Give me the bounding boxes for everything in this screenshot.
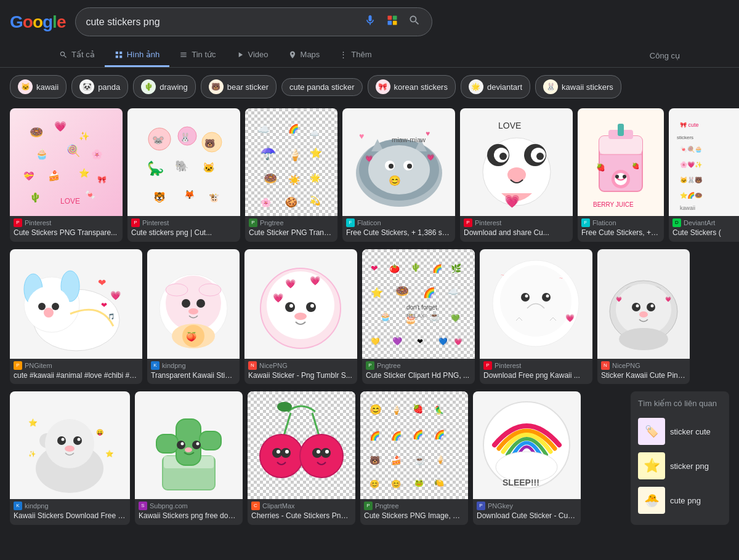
image-card[interactable]: 🍑 K kindpng Transparent Kawaii Sticker..… (147, 249, 240, 385)
tools-button[interactable]: Công cụ (640, 45, 690, 66)
related-thumb: 🐣 (638, 487, 665, 514)
tab-video-label: Video (248, 50, 269, 59)
source-favicon: P (366, 361, 374, 370)
image-card[interactable]: 🍩 💗 ✨ 🧁 🍭 🌸 💝 🍰 ⭐ 🎀 🌵 LOVE 🍬 P (10, 108, 123, 242)
image-card[interactable]: ~ ~ 💗 P Pinterest Download Free png Kawa… (480, 249, 592, 385)
image-source: P PNGitem (10, 359, 142, 371)
svg-point-74 (615, 173, 627, 185)
image-source: P Pngtree (245, 216, 337, 228)
svg-point-166 (73, 436, 82, 445)
svg-text:SLEEP!!!: SLEEP!!! (503, 478, 539, 487)
tab-all[interactable]: Tất cả (49, 44, 105, 67)
source-favicon: K (151, 361, 160, 370)
svg-text:BERRY JUICE: BERRY JUICE (593, 201, 634, 208)
svg-text:don't forget: don't forget (406, 304, 437, 311)
image-title: Free Cute Stickers, + 1,386 sti... (342, 228, 455, 242)
svg-point-144 (525, 295, 528, 298)
source-name: kindpng (25, 502, 49, 510)
svg-text:❤: ❤ (417, 337, 423, 346)
svg-point-142 (521, 293, 530, 302)
svg-point-51 (407, 164, 412, 169)
lens-icon[interactable] (385, 13, 400, 31)
image-card[interactable]: 😊 🍦 🍓 🦜 🌈 🌈 🌈 🌈 🐻 🍰 ☕ 🍦 😊 😊 (360, 391, 468, 525)
svg-rect-178 (200, 431, 221, 450)
chip-drawing[interactable]: 🌵 drawing (133, 75, 196, 98)
image-card[interactable]: 🐭 🐰 🐻 🦕 🐘 🐱 🐯 🦊 🐮 P Pinterest Cute st (127, 108, 240, 242)
source-favicon: P (14, 361, 22, 370)
image-source: F Flaticon (342, 216, 455, 228)
image-card[interactable]: 😊 💗 💗 ♥ ♥ miaw-miaw F Flaticon Free Cute… (342, 108, 455, 242)
chip-kawaii-stickers[interactable]: 🐰 kawaii stickers (535, 75, 621, 98)
svg-text:💗: 💗 (665, 296, 671, 302)
svg-text:💝: 💝 (23, 171, 34, 182)
related-item-cute-png[interactable]: 🐣 cute png (638, 483, 722, 518)
svg-text:💗: 💗 (54, 121, 67, 132)
tab-news[interactable]: Tin tức (169, 44, 225, 67)
chip-cute-panda-sticker[interactable]: cute panda sticker (281, 78, 363, 96)
image-card[interactable]: SLEEP!!! P PNGkey Download Cute Sticker … (473, 391, 581, 525)
image-card[interactable]: LOVE 💗 P Pinterest (460, 108, 573, 242)
image-title: Cute Stickers PNG Transpare... (10, 228, 123, 242)
image-title: Download and share Cu... (460, 228, 573, 242)
source-favicon: N (248, 361, 257, 370)
image-card[interactable]: 😛 ⭐ ⭐ ✨ K kindpng Kawaii Stickers Downlo… (10, 391, 130, 525)
image-source: P Pinterest (460, 216, 573, 228)
svg-text:🦜: 🦜 (434, 405, 445, 415)
svg-point-47 (368, 145, 430, 194)
chip-deviantart-label: deviantart (487, 82, 522, 92)
svg-text:🌵: 🌵 (411, 262, 421, 273)
svg-rect-2 (388, 21, 392, 25)
related-item-label: sticker cute (670, 427, 711, 436)
related-item-sticker-cute[interactable]: 🏷️ sticker cute (638, 414, 722, 449)
source-favicon: P (14, 218, 22, 227)
image-card[interactable]: 💗 💗 N NicePNG Sticker Kawaii Cute Pink S… (597, 249, 690, 385)
related-item-sticker-png[interactable]: ⭐ sticker png (638, 449, 722, 483)
svg-text:🐘: 🐘 (175, 159, 189, 173)
chip-deviantart[interactable]: 🌟 deviantart (461, 75, 530, 98)
image-card[interactable]: ❤ 💗 ❤ 🎵 P PNGitem cute #kawaii #animal #… (10, 249, 142, 385)
svg-point-106 (188, 308, 198, 314)
svg-text:🐻: 🐻 (204, 138, 216, 149)
chip-kawaii[interactable]: 🐱 kawaii (10, 75, 67, 98)
image-title: Kawaii Stickers Download Free Clip... (10, 511, 130, 525)
svg-text:🍩: 🍩 (264, 172, 278, 185)
image-card[interactable]: 💗 💗 💗 N NicePNG Kawaii Sticker - Png Tum… (244, 249, 357, 385)
svg-point-111 (267, 271, 334, 339)
image-source: S Subpng.com (135, 499, 243, 511)
svg-point-118 (310, 304, 314, 308)
svg-point-143 (542, 293, 551, 302)
image-source: K kindpng (10, 499, 130, 511)
tab-more[interactable]: ⋮ Thêm (329, 44, 381, 67)
svg-text:🌈: 🌈 (370, 431, 381, 441)
mic-icon[interactable] (363, 13, 378, 31)
svg-text:LOVE: LOVE (498, 121, 521, 130)
svg-point-50 (389, 164, 394, 169)
search-input[interactable] (86, 17, 358, 28)
chip-panda[interactable]: 🐼 panda (71, 75, 128, 98)
related-thumb: 🏷️ (638, 418, 665, 445)
source-favicon: F (346, 218, 355, 227)
tab-images[interactable]: Hình ảnh (105, 44, 170, 67)
svg-text:🌈: 🌈 (413, 430, 424, 440)
image-card[interactable]: ☁️ 🌈 ☁️ ☂️ 🍦 ⭐ 🍩 ☀️ 🌟 🌸 🍪 💫 P Pngtree (245, 108, 337, 242)
chip-bear-sticker[interactable]: 🐻 bear sticker (201, 75, 277, 98)
svg-text:💙: 💙 (438, 337, 448, 346)
svg-text:🌟: 🌟 (310, 173, 321, 183)
source-name: kindpng (162, 362, 186, 369)
search-icon[interactable] (407, 13, 422, 31)
tab-video[interactable]: Video (226, 44, 278, 67)
tab-maps[interactable]: Maps (278, 44, 330, 67)
image-card[interactable]: BERRY JUICE 🍓 🍓 F Flaticon Free Cute Sti… (578, 108, 664, 242)
svg-rect-0 (388, 16, 392, 20)
image-card[interactable]: S Subpng.com Kawaii Stickers png free do… (135, 391, 243, 525)
svg-point-195 (317, 450, 320, 454)
chip-korean-stickers[interactable]: 🎀 korean stickers (368, 75, 456, 98)
image-card[interactable]: 🎀 cute stickers 🍬🍭🧁 🌸💗✨ 🐱🐰🐻 ⭐🌈🍩 kawaii D… (669, 108, 739, 242)
svg-text:💗: 💗 (310, 276, 321, 286)
image-card[interactable]: C ClipartMax Cherries - Cute Stickers Pn… (248, 391, 355, 525)
svg-text:💗: 💗 (273, 293, 284, 303)
svg-text:♥: ♥ (359, 131, 364, 141)
image-title: Download Free png Kawaii ... (480, 371, 592, 385)
image-card[interactable]: ❤ 🍅 🌵 🌈 🌿 ⭐ 🍩 🌈 ☁️ 🧁 🎂 ☕ 💚 💛 💜 ❤ (362, 249, 475, 385)
source-name: Pngtree (260, 219, 284, 226)
